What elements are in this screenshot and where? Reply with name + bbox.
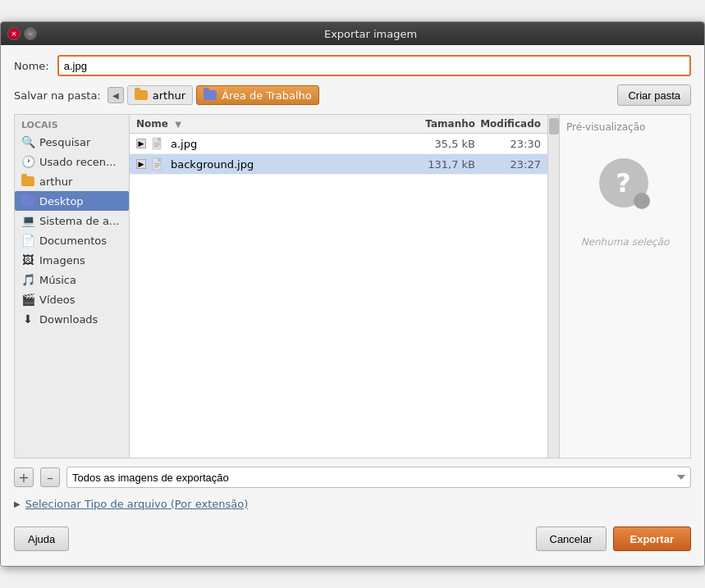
breadcrumb-desktop[interactable]: Área de Trabalho bbox=[196, 85, 319, 105]
sidebar: Locais 🔍 Pesquisar 🕐 Usado recen... arth bbox=[15, 115, 130, 458]
desktop-icon bbox=[21, 194, 34, 207]
column-size-header[interactable]: Tamanho bbox=[410, 118, 475, 130]
remove-folder-button[interactable]: – bbox=[40, 467, 60, 487]
export-image-dialog: × – Exportar imagem Nome: Salvar na past… bbox=[0, 21, 705, 567]
sidebar-item-desktop-label: Desktop bbox=[39, 195, 84, 207]
file-icon bbox=[149, 137, 166, 150]
file-list-area: Nome ▼ Tamanho Modificado ▶ bbox=[130, 115, 547, 458]
name-input[interactable] bbox=[57, 55, 691, 76]
scrollbar[interactable] bbox=[547, 115, 559, 458]
file-name: a.jpg bbox=[171, 138, 410, 150]
sidebar-item-recentes[interactable]: 🕐 Usado recen... bbox=[15, 152, 129, 171]
sidebar-item-videos-label: Vídeos bbox=[39, 294, 75, 306]
close-button[interactable]: × bbox=[7, 27, 21, 40]
sidebar-item-desktop[interactable]: Desktop bbox=[15, 191, 129, 211]
file-name: background.jpg bbox=[171, 158, 410, 171]
file-expand-arrow[interactable]: ▶ bbox=[136, 139, 146, 148]
svg-rect-5 bbox=[154, 146, 158, 147]
file-type-row[interactable]: ▶ Selecionar Tipo de arquivo (Por extens… bbox=[14, 495, 691, 513]
bottom-bar: + – Todos as imagens de exportação bbox=[14, 467, 691, 488]
table-row[interactable]: ▶ background.jpg 1 bbox=[130, 154, 547, 175]
breadcrumb-desktop-label: Área de Trabalho bbox=[222, 89, 312, 102]
sidebar-item-recentes-label: Usado recen... bbox=[39, 156, 116, 168]
search-icon: 🔍 bbox=[21, 135, 34, 148]
back-arrow-icon: ◀ bbox=[112, 91, 119, 100]
sidebar-item-downloads-label: Downloads bbox=[39, 313, 98, 326]
action-row: Ajuda Cancelar Exportar bbox=[14, 522, 691, 556]
folder-icon bbox=[135, 90, 148, 100]
sidebar-item-sistema[interactable]: 💻 Sistema de a... bbox=[15, 211, 129, 230]
column-name-header[interactable]: Nome ▼ bbox=[136, 118, 410, 130]
table-row[interactable]: ▶ a.jpg 35,5 kB bbox=[130, 134, 547, 154]
sidebar-item-arthur-label: arthur bbox=[39, 175, 72, 188]
svg-rect-11 bbox=[154, 166, 158, 167]
right-actions: Cancelar Exportar bbox=[536, 526, 692, 551]
home-folder-icon bbox=[21, 175, 34, 188]
videos-icon: 🎬 bbox=[21, 293, 34, 306]
sidebar-item-videos[interactable]: 🎬 Vídeos bbox=[15, 289, 129, 309]
name-label: Nome: bbox=[14, 60, 49, 72]
preview-label: Pré-visualização bbox=[566, 121, 645, 133]
titlebar: × – Exportar imagem bbox=[1, 22, 704, 45]
export-button[interactable]: Exportar bbox=[613, 526, 691, 551]
file-size: 131,7 kB bbox=[410, 158, 475, 171]
desktop-folder-icon bbox=[204, 90, 217, 100]
file-icon bbox=[149, 157, 166, 171]
sidebar-item-musica[interactable]: 🎵 Música bbox=[15, 270, 129, 289]
file-size: 35,5 kB bbox=[410, 138, 475, 150]
file-modified: 23:27 bbox=[475, 158, 541, 171]
recent-icon: 🕐 bbox=[21, 155, 34, 168]
system-icon: 💻 bbox=[21, 214, 34, 227]
minimize-button[interactable]: – bbox=[24, 27, 37, 40]
music-icon: 🎵 bbox=[21, 273, 34, 286]
no-selection-label: Nenhuma seleção bbox=[581, 236, 670, 248]
main-area: Locais 🔍 Pesquisar 🕐 Usado recen... arth bbox=[14, 114, 691, 458]
svg-rect-10 bbox=[154, 165, 160, 166]
svg-rect-9 bbox=[154, 163, 160, 164]
filter-select[interactable]: Todos as imagens de exportação bbox=[66, 467, 691, 488]
sidebar-section-label: Locais bbox=[15, 115, 129, 132]
file-type-expand-icon: ▶ bbox=[14, 499, 21, 508]
svg-rect-3 bbox=[154, 143, 160, 144]
file-list: ▶ a.jpg 35,5 kB bbox=[130, 134, 547, 458]
breadcrumb-area: ◀ arthur Área de Trabalho bbox=[108, 85, 611, 105]
sidebar-item-imagens-label: Imagens bbox=[39, 254, 85, 267]
svg-rect-4 bbox=[154, 144, 160, 145]
dialog-body: Nome: Salvar na pasta: ◀ arthur bbox=[1, 45, 704, 566]
name-row: Nome: bbox=[14, 55, 691, 76]
folder-row: Salvar na pasta: ◀ arthur Área de Trabal… bbox=[14, 84, 691, 106]
documents-icon: 📄 bbox=[21, 234, 34, 247]
preview-area: Pré-visualização ? Nenhuma seleção bbox=[559, 115, 690, 458]
breadcrumb-arthur-label: arthur bbox=[153, 89, 185, 102]
images-icon: 🖼 bbox=[21, 253, 34, 267]
downloads-icon: ⬇ bbox=[21, 312, 34, 326]
file-type-label[interactable]: Selecionar Tipo de arquivo (Por extensão… bbox=[25, 498, 249, 510]
file-modified: 23:30 bbox=[475, 138, 541, 150]
file-list-header: Nome ▼ Tamanho Modificado bbox=[130, 115, 547, 134]
sidebar-item-pesquisar[interactable]: 🔍 Pesquisar bbox=[15, 132, 129, 152]
add-folder-button[interactable]: + bbox=[14, 467, 34, 487]
column-modified-header[interactable]: Modificado bbox=[475, 118, 541, 130]
sidebar-item-downloads[interactable]: ⬇ Downloads bbox=[15, 309, 129, 329]
breadcrumb-arthur[interactable]: arthur bbox=[127, 85, 193, 105]
breadcrumb-toggle-button[interactable]: ◀ bbox=[108, 87, 124, 103]
sidebar-item-documentos[interactable]: 📄 Documentos bbox=[15, 230, 129, 250]
preview-image: ? bbox=[597, 156, 654, 213]
sidebar-item-musica-label: Música bbox=[39, 274, 76, 286]
add-icon: + bbox=[18, 470, 29, 485]
help-button[interactable]: Ajuda bbox=[14, 526, 69, 551]
sidebar-item-sistema-label: Sistema de a... bbox=[39, 215, 119, 227]
sidebar-item-pesquisar-label: Pesquisar bbox=[39, 136, 90, 148]
sidebar-item-documentos-label: Documentos bbox=[39, 235, 107, 247]
sort-indicator: ▼ bbox=[175, 120, 181, 129]
sidebar-item-arthur[interactable]: arthur bbox=[15, 171, 129, 191]
criar-pasta-button[interactable]: Criar pasta bbox=[617, 84, 691, 106]
cancel-button[interactable]: Cancelar bbox=[536, 526, 607, 551]
folder-label: Salvar na pasta: bbox=[14, 89, 101, 102]
titlebar-title: Exportar imagem bbox=[43, 28, 698, 40]
remove-icon: – bbox=[47, 470, 53, 485]
file-expand-arrow[interactable]: ▶ bbox=[136, 159, 146, 169]
titlebar-buttons: × – bbox=[7, 27, 37, 40]
sidebar-item-imagens[interactable]: 🖼 Imagens bbox=[15, 250, 129, 270]
no-preview-icon: ? bbox=[599, 158, 648, 207]
